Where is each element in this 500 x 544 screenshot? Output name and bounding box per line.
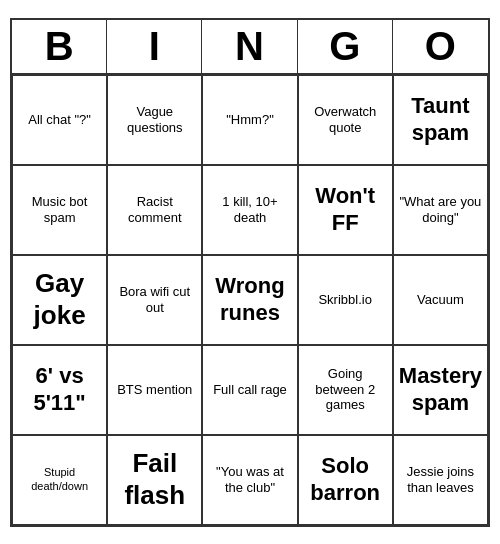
bingo-letter-o: O <box>393 20 488 73</box>
bingo-cell-2: "Hmm?" <box>202 75 297 165</box>
bingo-cell-0: All chat "?" <box>12 75 107 165</box>
bingo-letter-i: I <box>107 20 202 73</box>
bingo-cell-20: Stupid death/down <box>12 435 107 525</box>
bingo-cell-7: 1 kill, 10+ death <box>202 165 297 255</box>
bingo-cell-14: Vacuum <box>393 255 488 345</box>
bingo-cell-9: "What are you doing" <box>393 165 488 255</box>
bingo-cell-23: Solo barron <box>298 435 393 525</box>
bingo-cell-16: BTS mention <box>107 345 202 435</box>
bingo-letter-b: B <box>12 20 107 73</box>
bingo-card: BINGO All chat "?"Vague questions"Hmm?"O… <box>10 18 490 527</box>
bingo-letter-n: N <box>202 20 297 73</box>
bingo-header: BINGO <box>12 20 488 75</box>
bingo-cell-8: Won't FF <box>298 165 393 255</box>
bingo-cell-10: Gay joke <box>12 255 107 345</box>
bingo-cell-6: Racist comment <box>107 165 202 255</box>
bingo-cell-19: Mastery spam <box>393 345 488 435</box>
bingo-cell-11: Bora wifi cut out <box>107 255 202 345</box>
bingo-cell-18: Going between 2 games <box>298 345 393 435</box>
bingo-cell-21: Fail flash <box>107 435 202 525</box>
bingo-grid: All chat "?"Vague questions"Hmm?"Overwat… <box>12 75 488 525</box>
bingo-cell-24: Jessie joins than leaves <box>393 435 488 525</box>
bingo-cell-12: Wrong runes <box>202 255 297 345</box>
bingo-cell-22: "You was at the club" <box>202 435 297 525</box>
bingo-cell-13: Skribbl.io <box>298 255 393 345</box>
bingo-cell-17: Full call rage <box>202 345 297 435</box>
bingo-cell-15: 6' vs 5'11" <box>12 345 107 435</box>
bingo-letter-g: G <box>298 20 393 73</box>
bingo-cell-3: Overwatch quote <box>298 75 393 165</box>
bingo-cell-4: Taunt spam <box>393 75 488 165</box>
bingo-cell-5: Music bot spam <box>12 165 107 255</box>
bingo-cell-1: Vague questions <box>107 75 202 165</box>
